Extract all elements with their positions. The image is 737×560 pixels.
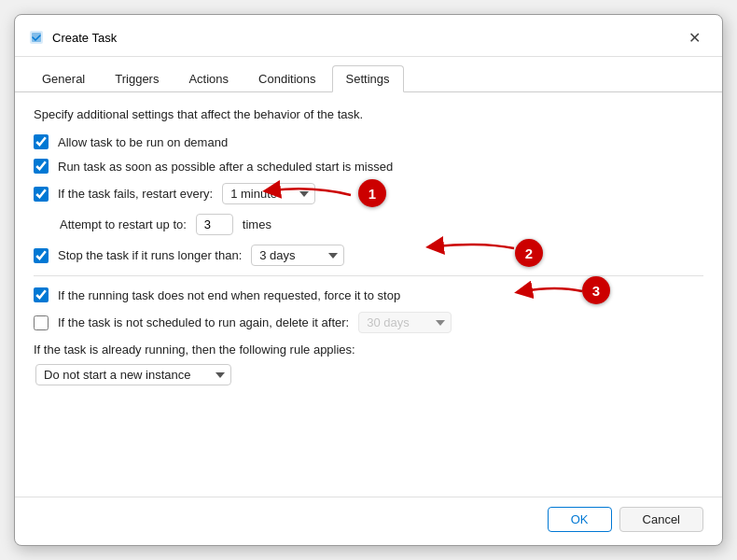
tab-bar: General Triggers Actions Conditions Sett…	[15, 57, 722, 92]
run-missed-row: Run task as soon as possible after a sch…	[34, 159, 703, 174]
restart-interval-select[interactable]: 1 minute 5 minutes 10 minutes 15 minutes…	[222, 183, 315, 204]
close-button[interactable]: ✕	[681, 24, 707, 50]
restart-attempts-row: Attempt to restart up to: times	[34, 214, 703, 235]
delete-not-scheduled-checkbox[interactable]	[34, 315, 49, 330]
cancel-button[interactable]: Cancel	[619, 507, 703, 532]
running-rule-section: If the task is already running, then the…	[34, 343, 703, 357]
tab-settings[interactable]: Settings	[332, 65, 404, 92]
stop-longer-row: Stop the task if it runs longer than: 1 …	[34, 245, 703, 266]
settings-content: Specify additional settings that affect …	[15, 92, 722, 497]
restart-attempts-label: Attempt to restart up to:	[60, 217, 187, 231]
allow-demand-label: Allow task to be run on demand	[58, 135, 228, 149]
allow-demand-checkbox[interactable]	[34, 134, 49, 149]
stop-longer-label: Stop the task if it runs longer than:	[58, 248, 242, 262]
delete-not-scheduled-row: If the task is not scheduled to run agai…	[34, 312, 703, 333]
settings-description: Specify additional settings that affect …	[34, 107, 703, 121]
restart-label: If the task fails, restart every:	[58, 187, 213, 201]
force-stop-checkbox[interactable]	[34, 287, 49, 302]
stop-longer-checkbox[interactable]	[34, 248, 49, 263]
running-rule-dropdown-row: Do not start a new instance Run a new in…	[34, 364, 703, 385]
task-icon	[28, 29, 45, 46]
tab-conditions[interactable]: Conditions	[244, 65, 329, 92]
divider-1	[34, 275, 703, 276]
stop-longer-select[interactable]: 1 hour 2 hours 4 hours 8 hours 12 hours …	[251, 245, 344, 266]
ok-button[interactable]: OK	[548, 507, 612, 532]
allow-demand-row: Allow task to be run on demand	[34, 134, 703, 149]
delete-not-scheduled-select[interactable]: 30 days 60 days 90 days	[358, 312, 452, 333]
run-missed-label: Run task as soon as possible after a sch…	[58, 160, 393, 174]
delete-not-scheduled-label: If the task is not scheduled to run agai…	[58, 315, 349, 329]
create-task-dialog: Create Task ✕ General Triggers Actions C…	[14, 14, 723, 546]
title-bar: Create Task ✕	[15, 15, 722, 57]
title-bar-left: Create Task	[28, 29, 117, 46]
restart-checkbox[interactable]	[34, 187, 49, 202]
tab-triggers[interactable]: Triggers	[101, 65, 173, 92]
dialog-title: Create Task	[52, 31, 117, 45]
restart-attempts-input[interactable]	[196, 214, 233, 235]
times-label: times	[243, 217, 271, 231]
tab-general[interactable]: General	[28, 65, 99, 92]
running-rule-label: If the task is already running, then the…	[34, 343, 355, 357]
force-stop-row: If the running task does not end when re…	[34, 287, 703, 302]
run-missed-checkbox[interactable]	[34, 159, 49, 174]
force-stop-label: If the running task does not end when re…	[58, 288, 400, 302]
running-rule-select[interactable]: Do not start a new instance Run a new in…	[35, 364, 231, 385]
tab-actions[interactable]: Actions	[174, 65, 243, 92]
restart-row: If the task fails, restart every: 1 minu…	[34, 183, 703, 204]
footer-bar: OK Cancel	[15, 497, 722, 545]
